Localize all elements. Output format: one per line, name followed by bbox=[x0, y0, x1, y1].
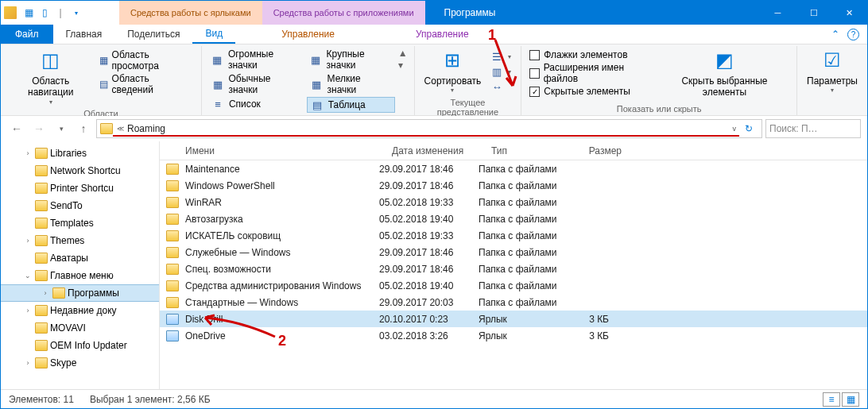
ribbon: ◫ Область навигации ▾ ▦Область просмотра… bbox=[1, 44, 867, 116]
address-dropdown-icon[interactable]: v bbox=[730, 125, 740, 133]
chk-item-checkboxes[interactable]: Флажки элементов bbox=[529, 49, 654, 60]
tab-manage-apps[interactable]: Управление bbox=[403, 25, 482, 44]
tree-item[interactable]: ›Программы bbox=[1, 284, 159, 302]
chevron-right-icon[interactable]: › bbox=[125, 119, 129, 122]
grid-icon: ▦ bbox=[211, 78, 224, 91]
options-button[interactable]: ☑ Параметры ▾ bbox=[802, 46, 862, 96]
file-row[interactable]: Автозагрузка05.02.2018 19:40Папка с файл… bbox=[160, 210, 867, 227]
layout-more-icon[interactable]: ▾ bbox=[398, 60, 408, 71]
expand-icon[interactable]: › bbox=[23, 359, 33, 367]
col-date[interactable]: Дата изменения bbox=[386, 145, 485, 156]
col-size[interactable]: Размер bbox=[580, 145, 628, 156]
breadcrumb-bar[interactable]: ≪ Локальный диск (C:)›Пользователи›MERS›… bbox=[96, 119, 762, 138]
nav-tree[interactable]: ›LibrariesNetwork ShortcuPrinter Shortcu… bbox=[1, 141, 160, 389]
file-row[interactable]: ИСКАТЕЛЬ сокровищ05.02.2018 19:33Папка с… bbox=[160, 227, 867, 244]
addcolumns-button[interactable]: ▥▾ bbox=[487, 64, 514, 79]
cell-name: ИСКАТЕЛЬ сокровищ bbox=[179, 230, 373, 241]
preview-pane-toggle[interactable]: ▦Область просмотра bbox=[99, 49, 193, 71]
chk-file-extensions[interactable]: Расширения имен файлов bbox=[529, 62, 654, 84]
tree-item[interactable]: SendTo bbox=[1, 197, 159, 214]
details-pane-toggle[interactable]: ▤Область сведений bbox=[99, 73, 193, 95]
expand-icon[interactable]: › bbox=[23, 237, 33, 245]
tree-item[interactable]: ›Libraries bbox=[1, 145, 159, 162]
file-row[interactable]: Disk Drill20.10.2017 0:23Ярлык3 КБ bbox=[160, 311, 867, 327]
tree-item[interactable]: Templates bbox=[1, 214, 159, 232]
tree-item[interactable]: Printer Shortcu bbox=[1, 179, 159, 197]
layout-s-icons[interactable]: ▦Мелкие значки bbox=[307, 72, 395, 96]
col-type[interactable]: Тип bbox=[485, 145, 580, 156]
drive-icon bbox=[100, 123, 113, 134]
nav-pane-button[interactable]: ◫ Область навигации ▾ bbox=[6, 46, 96, 107]
cell-type: Папка с файлами bbox=[472, 280, 568, 291]
search-input[interactable]: Поиск: П… bbox=[765, 119, 861, 138]
file-row[interactable]: OneDrive03.02.2018 3:26Ярлык3 КБ bbox=[160, 327, 867, 344]
tree-item[interactable]: OEM Info Updater bbox=[1, 337, 159, 354]
context-tab-apps[interactable]: Средства работы с приложениями bbox=[262, 1, 425, 25]
groupby-button[interactable]: ☰▾ bbox=[487, 49, 514, 64]
tab-manage-shortcuts[interactable]: Управление bbox=[269, 25, 347, 44]
maximize-button[interactable]: ☐ bbox=[796, 1, 831, 25]
explorer-icon bbox=[4, 6, 17, 19]
expand-icon[interactable]: › bbox=[23, 149, 33, 157]
expand-icon[interactable]: ⌄ bbox=[23, 272, 33, 280]
tree-item[interactable]: ›Themes bbox=[1, 232, 159, 249]
qat-newfolder-icon[interactable]: ▯ bbox=[38, 7, 51, 18]
file-row[interactable]: Стандартные — Windows29.09.2017 20:03Пап… bbox=[160, 294, 867, 311]
titlebar: ▦ ▯ | ▾ Средства работы с ярлыками Средс… bbox=[1, 1, 867, 25]
sort-button[interactable]: ⊞ Сортировать ▾ bbox=[420, 46, 486, 96]
chevron-right-icon[interactable]: › bbox=[125, 137, 129, 138]
file-row[interactable]: Средства администрирования Windows05.02.… bbox=[160, 277, 867, 294]
list-body[interactable]: Maintenance29.09.2017 18:46Папка с файла… bbox=[160, 160, 867, 389]
view-details-button[interactable]: ≡ bbox=[823, 392, 840, 407]
layout-table[interactable]: ▤Таблица bbox=[307, 97, 395, 113]
tree-item[interactable]: ⌄Главное меню bbox=[1, 267, 159, 284]
sizecolumns-button[interactable]: ↔ bbox=[487, 79, 514, 94]
layout-m-icons[interactable]: ▦Обычные значки bbox=[208, 72, 304, 96]
ribbon-collapse-icon[interactable]: ⌃ bbox=[828, 29, 843, 40]
file-row[interactable]: Спец. возможности29.09.2017 18:46Папка с… bbox=[160, 260, 867, 277]
tree-item[interactable]: Аватары bbox=[1, 249, 159, 267]
fit-icon: ↔ bbox=[490, 80, 503, 93]
hide-selected-button[interactable]: ◩ Скрыть выбранные элементы bbox=[657, 46, 792, 100]
folder-icon bbox=[166, 214, 179, 225]
layout-l-icons[interactable]: ▦Крупные значки bbox=[307, 48, 395, 71]
expand-icon[interactable]: › bbox=[41, 289, 50, 297]
tree-item[interactable]: Network Shortcu bbox=[1, 162, 159, 179]
layout-list[interactable]: ≡Список bbox=[208, 97, 304, 111]
tab-home[interactable]: Главная bbox=[53, 25, 115, 44]
nav-forward-button[interactable]: → bbox=[29, 119, 48, 138]
column-headers[interactable]: Имени Дата изменения Тип Размер bbox=[160, 141, 867, 160]
tree-item[interactable]: ›Недавние доку bbox=[1, 302, 159, 319]
qat-dropdown-icon[interactable]: ▾ bbox=[70, 10, 83, 17]
minimize-button[interactable]: ─ bbox=[760, 1, 796, 25]
tab-share[interactable]: Поделиться bbox=[114, 25, 192, 44]
file-row[interactable]: Maintenance29.09.2017 18:46Папка с файла… bbox=[160, 160, 867, 177]
layout-xl-icons[interactable]: ▦Огромные значки bbox=[208, 48, 304, 71]
tab-view[interactable]: Вид bbox=[192, 25, 235, 44]
help-icon[interactable]: ? bbox=[847, 29, 859, 41]
close-button[interactable]: ✕ bbox=[831, 1, 867, 25]
tree-item[interactable]: MOVAVI bbox=[1, 319, 159, 337]
refresh-button[interactable]: ↻ bbox=[739, 123, 758, 134]
cell-date: 29.09.2017 18:46 bbox=[373, 164, 472, 175]
crumb[interactable]: Roaming bbox=[125, 123, 220, 134]
tab-file[interactable]: Файл bbox=[1, 25, 53, 44]
checkbox-icon bbox=[529, 50, 540, 60]
chk-hidden-items[interactable]: ✓Скрытые элементы bbox=[529, 86, 654, 97]
cell-size: 3 КБ bbox=[568, 314, 615, 325]
file-row[interactable]: Windows PowerShell29.09.2017 18:46Папка … bbox=[160, 177, 867, 194]
tree-item[interactable]: ›Skype bbox=[1, 354, 159, 372]
file-row[interactable]: Служебные — Windows29.09.2017 18:46Папка… bbox=[160, 244, 867, 260]
expand-icon[interactable]: › bbox=[23, 307, 33, 314]
folder-icon bbox=[35, 235, 48, 246]
chevron-icon[interactable]: ≪ bbox=[116, 125, 125, 133]
folder-icon bbox=[35, 322, 48, 334]
nav-back-button[interactable]: ← bbox=[7, 119, 26, 138]
nav-history-button[interactable]: ▾ bbox=[52, 119, 71, 138]
view-thumbnails-button[interactable]: ▦ bbox=[842, 392, 859, 407]
context-tab-shortcuts[interactable]: Средства работы с ярлыками bbox=[119, 1, 262, 25]
file-row[interactable]: WinRAR05.02.2018 19:33Папка с файлами bbox=[160, 194, 867, 210]
qat-properties-icon[interactable]: ▦ bbox=[22, 7, 35, 18]
col-name[interactable]: Имени bbox=[179, 145, 386, 156]
nav-up-button[interactable]: ↑ bbox=[74, 119, 93, 138]
